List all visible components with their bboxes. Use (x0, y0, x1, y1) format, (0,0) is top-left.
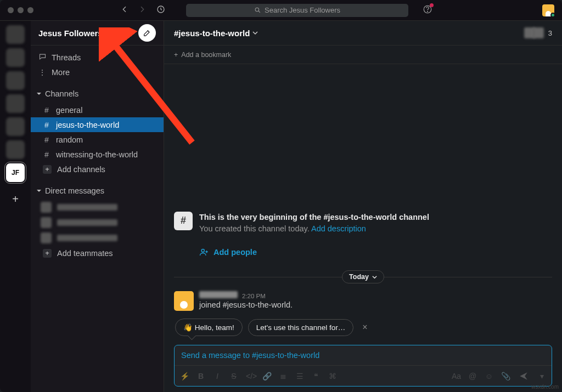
hash-icon: # (43, 135, 50, 144)
avatar (41, 232, 52, 243)
dm-section-header[interactable]: Direct messages (31, 182, 164, 200)
help-button[interactable] (423, 4, 432, 16)
caret-down-icon (36, 91, 42, 96)
suggestion-chip-use[interactable]: Let's use this channel for… (248, 319, 353, 336)
svg-point-1 (255, 8, 259, 12)
mention-icon[interactable]: @ (468, 372, 477, 380)
notification-dot-icon (430, 3, 434, 7)
search-placeholder: Search Jesus Followers (265, 6, 340, 14)
presence-icon (550, 13, 555, 18)
add-channels-button[interactable]: + Add channels (31, 162, 164, 177)
channel-members-button[interactable]: 3 (524, 27, 552, 38)
dm-name (57, 235, 117, 241)
dismiss-suggestions-button[interactable]: × (359, 322, 370, 332)
message-timestamp: 2:20 PM (242, 293, 266, 299)
minimize-window-icon[interactable] (18, 7, 24, 13)
add-bookmark-button[interactable]: + Add a bookmark (164, 46, 562, 64)
message-body: joined #jesus-to-the-world. (199, 300, 293, 309)
channel-item-random[interactable]: # random (31, 132, 164, 147)
close-window-icon[interactable] (8, 7, 14, 13)
workspace-item[interactable] (6, 71, 25, 90)
add-workspace-button[interactable]: + (6, 190, 25, 208)
channel-intro: # This is the very beginning of the #jes… (174, 212, 552, 236)
caret-down-icon (36, 188, 42, 194)
avatar (41, 202, 52, 213)
user-avatar[interactable] (542, 4, 554, 16)
watermark: wsxdn.com (531, 384, 559, 390)
lightning-icon[interactable]: ⚡ (180, 372, 189, 380)
dm-item[interactable] (31, 200, 164, 215)
add-teammates-button[interactable]: + Add teammates (31, 246, 164, 260)
workspace-item[interactable] (6, 140, 25, 159)
sidebar-threads[interactable]: Threads (31, 50, 164, 65)
channel-item-general[interactable]: # general (31, 103, 164, 117)
bullet-list-icon[interactable]: ☰ (295, 372, 304, 380)
codeblock-icon[interactable]: ⌘ (328, 372, 337, 380)
hash-icon: # (43, 150, 50, 159)
attach-icon[interactable]: 📎 (501, 372, 510, 380)
add-people-icon (199, 247, 209, 257)
history-button[interactable] (156, 5, 165, 16)
dm-name (57, 219, 117, 226)
sidebar: Jesus Followers Threads ⋮ More (31, 21, 164, 392)
more-icon: ⋮ (38, 68, 46, 77)
ordered-list-icon[interactable]: ≣ (279, 372, 288, 380)
workspace-item[interactable] (6, 48, 25, 67)
date-jump-button[interactable]: Today (342, 270, 384, 283)
workspace-item[interactable] (6, 94, 25, 113)
italic-icon[interactable]: I (213, 372, 222, 380)
chevron-down-icon (105, 30, 110, 36)
svg-point-3 (428, 11, 428, 12)
window-controls[interactable] (8, 7, 33, 13)
threads-icon (38, 53, 46, 63)
send-options-icon[interactable]: ▾ (537, 372, 546, 380)
workspace-item-active[interactable]: JF (6, 163, 25, 182)
channel-name-button[interactable]: #jesus-to-the-world (174, 29, 258, 38)
sidebar-more[interactable]: ⋮ More (31, 65, 164, 79)
compose-button[interactable] (138, 24, 156, 42)
forward-button[interactable] (138, 5, 147, 16)
maximize-window-icon[interactable] (27, 7, 33, 13)
channels-section-header[interactable]: Channels (31, 85, 164, 103)
search-input[interactable]: Search Jesus Followers (186, 4, 408, 17)
strike-icon[interactable]: S (229, 372, 238, 380)
format-icon[interactable]: Aa (452, 372, 460, 380)
composer-input[interactable]: Send a message to #jesus-to-the-world (175, 345, 552, 365)
message-author[interactable] (199, 291, 238, 298)
link-icon[interactable]: 🔗 (262, 372, 271, 380)
avatar (41, 217, 52, 228)
channel-item-jesus-to-the-world[interactable]: # jesus-to-the-world (31, 117, 164, 132)
quote-icon[interactable]: ❝ (312, 372, 321, 380)
titlebar: Search Jesus Followers (0, 0, 562, 21)
composer-toolbar: ⚡ B I S </> 🔗 ≣ ☰ ❝ ⌘ Aa @ ☺ � (175, 365, 552, 386)
avatar (533, 27, 544, 38)
dm-item[interactable] (31, 215, 164, 230)
hash-icon: # (43, 121, 50, 129)
bold-icon[interactable]: B (196, 372, 205, 380)
avatar[interactable] (174, 291, 194, 311)
add-description-link[interactable]: Add description (311, 224, 366, 233)
main-content: #jesus-to-the-world 3 + Add a bookmark # (164, 21, 562, 392)
message: 2:20 PM joined #jesus-to-the-world. (174, 291, 552, 311)
back-button[interactable] (120, 5, 129, 16)
workspace-item[interactable] (6, 25, 25, 44)
hash-icon: # (43, 106, 50, 115)
channel-item-witnessing[interactable]: # witnessing-to-the-world (31, 147, 164, 162)
plus-icon: + (174, 51, 178, 59)
plus-icon: + (43, 165, 52, 174)
compose-icon (143, 29, 151, 37)
send-button[interactable] (518, 370, 530, 382)
svg-point-4 (201, 249, 204, 252)
dm-item[interactable] (31, 230, 164, 246)
suggestion-chip-hello[interactable]: 👋 Hello, team! (175, 319, 243, 336)
workspace-name-button[interactable]: Jesus Followers (38, 29, 110, 38)
message-composer[interactable]: Send a message to #jesus-to-the-world ⚡ … (174, 345, 552, 387)
add-people-button[interactable]: Add people (199, 247, 552, 257)
emoji-icon[interactable]: ☺ (485, 372, 493, 380)
workspace-item[interactable] (6, 117, 25, 136)
channel-link[interactable]: #jesus-to-the-world (323, 213, 397, 221)
code-icon[interactable]: </> (246, 372, 255, 380)
date-divider: Today (174, 270, 552, 283)
dm-name (57, 204, 117, 211)
plus-icon: + (43, 249, 52, 258)
